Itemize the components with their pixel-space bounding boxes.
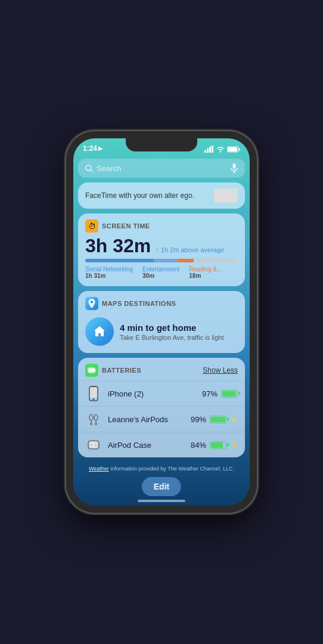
batteries-widget[interactable]: BATTERIES Show Less iPhone (2) <box>78 358 245 457</box>
svg-rect-6 <box>228 147 237 151</box>
home-indicator <box>138 500 185 502</box>
airpods-battery-bar: ⚡ <box>210 416 238 423</box>
iphone-battery-indicator <box>221 390 238 398</box>
airpod-case-battery-fill <box>211 442 223 448</box>
batteries-label: BATTERIES <box>102 367 141 374</box>
airpod-case-battery-bar: ⚡ <box>210 441 238 449</box>
svg-rect-9 <box>233 163 236 169</box>
facetime-widget[interactable]: FaceTime with your own alter ego. <box>78 182 245 209</box>
svg-point-19 <box>93 398 95 400</box>
svg-rect-2 <box>209 147 211 153</box>
iphone-battery-bar <box>221 390 238 398</box>
battery-status-icon <box>227 146 240 153</box>
airpods-name: Leanne's AirPods <box>108 415 191 424</box>
screen-time-duration: 3h 32m <box>85 236 151 255</box>
avg-arrow: ↑ <box>156 246 159 253</box>
screen-time-main: 3h 32m ↑ 1h 2m above average <box>85 236 238 255</box>
svg-rect-1 <box>207 148 209 153</box>
svg-rect-14 <box>95 370 96 371</box>
category-entertainment-time: 30m <box>142 273 179 279</box>
airpods-level: 99% <box>191 415 206 424</box>
iphone-icon <box>85 385 102 402</box>
category-entertainment: Entertainment 30m <box>142 266 179 279</box>
wifi-icon <box>216 146 225 153</box>
screen-time-body: 3h 32m ↑ 1h 2m above average <box>78 236 245 286</box>
airpod-case-level: 84% <box>191 441 206 450</box>
screen-time-avg: ↑ 1h 2m above average <box>156 246 224 253</box>
status-icons <box>204 145 240 153</box>
svg-point-29 <box>95 443 97 447</box>
maps-icon <box>85 297 98 310</box>
airpods-battery-fill <box>211 417 225 422</box>
screen-time-label: SCREEN TIME <box>102 222 150 230</box>
battery-item-airpod-case: AirPod Case 84% ⚡ <box>78 432 245 457</box>
phone-frame: 1:24 ▶ <box>66 131 257 513</box>
svg-rect-5 <box>239 148 240 150</box>
airpod-case-name: AirPod Case <box>108 441 191 450</box>
search-bar[interactable]: Search <box>78 159 245 178</box>
show-less-button[interactable]: Show Less <box>203 366 238 374</box>
svg-rect-0 <box>204 150 206 153</box>
iphone-level: 97% <box>202 389 218 398</box>
battery-item-iphone: iPhone (2) 97% <box>78 380 245 406</box>
airpod-case-battery-indicator <box>210 441 226 449</box>
battery-item-airpods: Leanne's AirPods 99% ⚡ <box>78 406 245 432</box>
airpods-battery-indicator <box>210 416 226 423</box>
svg-point-20 <box>89 414 93 420</box>
svg-rect-18 <box>90 388 97 398</box>
svg-point-25 <box>95 423 97 425</box>
maps-home-circle <box>85 317 114 346</box>
screen-time-header: ⏱ SCREEN TIME <box>78 213 245 236</box>
maps-info: 4 min to get home Take E Burlington Ave,… <box>120 323 238 341</box>
weather-credit: Weather information provided by The Weat… <box>78 462 245 478</box>
airpod-case-charging-icon: ⚡ <box>231 442 238 448</box>
notch <box>126 138 197 151</box>
progress-rest <box>194 259 238 262</box>
airpods-icon <box>85 411 102 428</box>
maps-title: 4 min to get home <box>120 323 238 333</box>
screen-time-icon: ⏱ <box>85 219 98 233</box>
progress-reading <box>178 259 194 262</box>
maps-subtitle: Take E Burlington Ave, traffic is light <box>120 334 238 341</box>
maps-widget[interactable]: MAPS DESTINATIONS 4 min to get home Take… <box>78 291 245 353</box>
category-reading-name: Reading &... <box>189 266 222 273</box>
search-placeholder: Search <box>97 164 227 173</box>
maps-header: MAPS DESTINATIONS <box>78 291 245 314</box>
svg-rect-17 <box>92 386 95 387</box>
iphone-name: iPhone (2) <box>108 389 202 398</box>
category-entertainment-name: Entertainment <box>142 266 179 273</box>
category-social: Social Networking 1h 31m <box>85 266 133 279</box>
weather-link[interactable]: Weather <box>89 466 109 472</box>
location-icon: ▶ <box>98 145 103 151</box>
batteries-header: BATTERIES Show Less <box>78 358 245 380</box>
category-reading: Reading &... 18m <box>189 266 222 279</box>
svg-rect-15 <box>89 369 94 372</box>
screen-time-widget[interactable]: ⏱ SCREEN TIME 3h 32m ↑ 1h 2m above avera… <box>78 213 245 286</box>
svg-point-23 <box>94 414 98 420</box>
progress-entertainment <box>154 259 178 262</box>
svg-point-28 <box>91 443 93 447</box>
category-social-name: Social Networking <box>85 266 133 273</box>
screen-time-progress <box>85 259 238 262</box>
phone-screen: 1:24 ▶ <box>73 138 250 506</box>
search-icon <box>85 165 93 172</box>
svg-rect-3 <box>212 145 213 153</box>
signal-icon <box>204 145 214 153</box>
screen-time-categories: Social Networking 1h 31m Entertainment 3… <box>85 266 238 279</box>
iphone-battery-fill <box>222 391 236 397</box>
maps-body: 4 min to get home Take E Burlington Ave,… <box>78 314 245 353</box>
svg-point-22 <box>91 423 92 425</box>
edit-button[interactable]: Edit <box>142 477 181 496</box>
maps-label: MAPS DESTINATIONS <box>102 300 176 307</box>
facetime-toggle[interactable] <box>214 188 238 203</box>
batteries-icon <box>85 364 98 377</box>
avg-text: 1h 2m above average <box>161 246 224 253</box>
airpod-case-icon <box>85 436 102 453</box>
mic-icon <box>231 163 238 173</box>
scroll-content[interactable]: Search FaceTime with your own alter ego. <box>73 155 250 506</box>
batteries-header-left: BATTERIES <box>85 364 141 377</box>
progress-social <box>85 259 154 262</box>
facetime-text: FaceTime with your own alter ego. <box>85 191 194 200</box>
category-social-time: 1h 31m <box>85 273 133 279</box>
airpods-charging-icon: ⚡ <box>231 416 238 423</box>
